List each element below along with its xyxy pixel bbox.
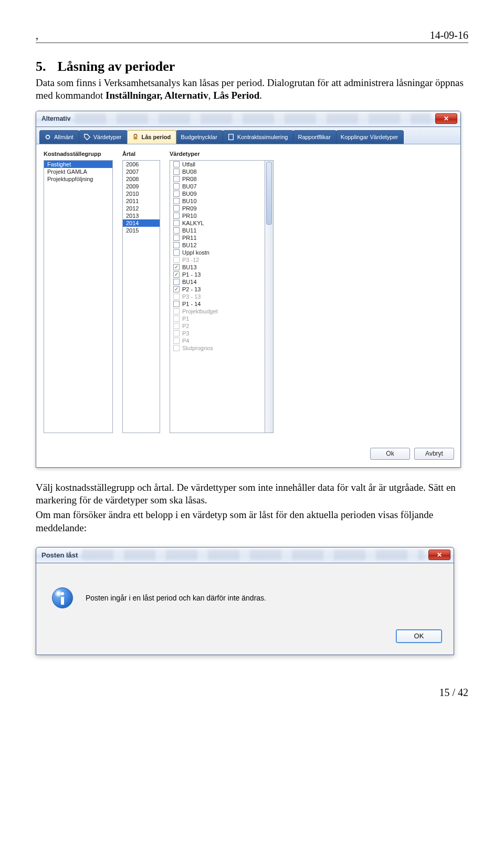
checkbox-icon[interactable] — [173, 315, 180, 322]
tab-budgetnycklar[interactable]: Budgetnycklar — [176, 130, 223, 144]
checkbox-row[interactable]: P1 — [170, 315, 265, 322]
artal-list[interactable]: 2006200720082009201020112012201320142015 — [122, 160, 160, 433]
checkbox-icon[interactable] — [173, 220, 180, 226]
checkbox-row[interactable]: BU11 — [170, 227, 265, 234]
checkbox-row[interactable]: P4 — [170, 337, 265, 344]
checkbox-icon[interactable] — [173, 198, 180, 204]
list-item[interactable]: 2011 — [123, 197, 160, 205]
close-button[interactable]: ✕ — [435, 113, 457, 124]
checkbox-icon[interactable] — [173, 176, 180, 182]
list-item[interactable]: Fastighet — [44, 161, 112, 168]
checkbox-row[interactable]: BU09 — [170, 190, 265, 197]
posten-last-title: Posten låst — [41, 551, 78, 559]
checkbox-icon[interactable] — [173, 301, 180, 307]
checkbox-icon[interactable] — [173, 249, 180, 256]
checkbox-row[interactable]: BU10 — [170, 197, 265, 205]
checkbox-row[interactable]: BU14 — [170, 278, 265, 286]
checkbox-row[interactable]: KALKYL — [170, 219, 265, 227]
mid-paragraph-2: Om man försöker ändra ett belopp i en vä… — [36, 509, 468, 534]
posten-last-titlebar[interactable]: Posten låst ✕ — [36, 547, 454, 563]
vardetyper-list[interactable]: UtfallBU08PR08BU07BU09BU10PR09PR10KALKYL… — [170, 160, 265, 433]
list-item[interactable]: 2015 — [123, 227, 160, 234]
checkbox-icon[interactable] — [173, 345, 180, 351]
intro-paragraph: Data som finns i Verksamhetsanalys kan l… — [36, 77, 468, 102]
checkbox-label: P1 — [182, 315, 189, 322]
checkbox-icon[interactable] — [173, 257, 180, 263]
checkbox-icon[interactable] — [173, 242, 180, 248]
checkbox-row[interactable]: P3 -12 — [170, 256, 265, 264]
list-item[interactable]: 2013 — [123, 212, 160, 219]
list-item[interactable]: 2014 — [123, 219, 160, 227]
list-item[interactable]: Projektuppföljning — [44, 175, 112, 183]
checkbox-label: BU14 — [182, 279, 197, 285]
ok-button[interactable]: OK — [396, 629, 442, 643]
close-icon: ✕ — [444, 115, 449, 122]
tab-vardetyper[interactable]: Värdetyper — [79, 130, 128, 144]
alternativ-titlebar[interactable]: Alternativ ✕ — [36, 111, 460, 127]
section-heading: 5.Låsning av perioder — [36, 59, 468, 75]
checkbox-icon[interactable] — [173, 205, 180, 212]
tab-kopplingar-vardetyper[interactable]: Kopplingar Värdetyper — [336, 130, 404, 144]
checkbox-icon[interactable] — [173, 191, 180, 197]
checkbox-icon[interactable] — [173, 293, 180, 300]
checkbox-row[interactable]: Uppl kostn — [170, 249, 265, 256]
checkbox-icon[interactable]: ✓ — [173, 271, 180, 278]
checkbox-row[interactable]: P1 - 14 — [170, 300, 265, 308]
scroll-thumb[interactable] — [266, 162, 272, 225]
checkbox-icon[interactable] — [173, 308, 180, 314]
intro-text-3: . — [259, 90, 262, 101]
checkbox-row[interactable]: PR11 — [170, 234, 265, 241]
checkbox-icon[interactable] — [173, 213, 180, 219]
checkbox-icon[interactable] — [173, 323, 180, 329]
tab-allmant[interactable]: Allmänt — [39, 130, 79, 144]
list-item[interactable]: 2008 — [123, 175, 160, 183]
checkbox-row[interactable]: ✓P1 - 13 — [170, 271, 265, 278]
alternativ-dialog: Alternativ ✕ Allmänt Värdetyper Lås peri… — [36, 111, 461, 468]
vardetyper-scrollbar[interactable] — [265, 160, 274, 433]
checkbox-icon[interactable] — [173, 338, 180, 344]
checkbox-row[interactable]: P3 — [170, 330, 265, 337]
kostnadsstallegrupp-list[interactable]: FastighetProjekt GAMLAProjektuppföljning — [44, 160, 113, 433]
tab-las-period[interactable]: Lås period — [127, 130, 177, 144]
checkbox-icon[interactable] — [173, 227, 180, 234]
checkbox-icon[interactable] — [173, 169, 180, 175]
list-item[interactable]: 2012 — [123, 205, 160, 212]
svg-rect-2 — [228, 134, 233, 140]
checkbox-row[interactable]: BU07 — [170, 183, 265, 190]
list-item[interactable]: 2010 — [123, 190, 160, 197]
checkbox-icon[interactable]: ✓ — [173, 264, 180, 270]
checkbox-label: BU12 — [182, 242, 197, 248]
tab-rapportflikar[interactable]: Rapportflikar — [293, 130, 336, 144]
checkbox-row[interactable]: BU12 — [170, 241, 265, 249]
checkbox-icon[interactable] — [173, 235, 180, 241]
list-item[interactable]: 2006 — [123, 161, 160, 168]
checkbox-icon[interactable] — [173, 330, 180, 336]
checkbox-row[interactable]: P3 - 13 — [170, 293, 265, 300]
tab-kontraktssimulering[interactable]: Kontraktssimulering — [223, 130, 294, 144]
checkbox-icon[interactable]: ✓ — [173, 286, 180, 292]
posten-last-body: Posten ingår i en låst period och kan dä… — [36, 563, 454, 623]
intro-bold-2: Lås Period — [213, 90, 259, 101]
checkbox-row[interactable]: Utfall — [170, 161, 265, 168]
ok-button[interactable]: Ok — [370, 448, 410, 460]
checkbox-row[interactable]: ✓P2 - 13 — [170, 286, 265, 293]
avbryt-button[interactable]: Avbryt — [414, 448, 454, 460]
checkbox-label: P1 - 13 — [182, 271, 201, 278]
posten-last-dialog: Posten låst ✕ Posten ingår i en låst per… — [36, 547, 454, 655]
checkbox-icon[interactable] — [173, 161, 180, 167]
checkbox-row[interactable]: P2 — [170, 322, 265, 330]
tab-label: Kontraktssimulering — [237, 134, 288, 140]
checkbox-icon[interactable] — [173, 183, 180, 189]
list-item[interactable]: 2009 — [123, 183, 160, 190]
list-item[interactable]: 2007 — [123, 168, 160, 175]
checkbox-row[interactable]: Projektbudget — [170, 308, 265, 315]
checkbox-row[interactable]: PR08 — [170, 175, 265, 183]
list-item[interactable]: Projekt GAMLA — [44, 168, 112, 175]
checkbox-row[interactable]: Slutprognos — [170, 344, 265, 352]
checkbox-row[interactable]: PR09 — [170, 205, 265, 212]
checkbox-icon[interactable] — [173, 279, 180, 285]
checkbox-row[interactable]: PR10 — [170, 212, 265, 219]
checkbox-row[interactable]: ✓BU13 — [170, 264, 265, 271]
checkbox-row[interactable]: BU08 — [170, 168, 265, 175]
close-button[interactable]: ✕ — [428, 550, 450, 560]
